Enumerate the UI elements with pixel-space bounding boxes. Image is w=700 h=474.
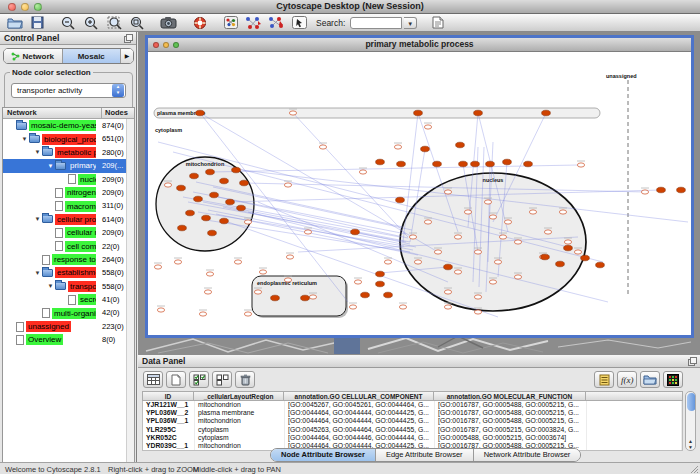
network-node[interactable]: [433, 161, 442, 167]
network-node[interactable]: [494, 260, 501, 264]
table-column-header[interactable]: ID: [142, 391, 194, 401]
table-cell[interactable]: YLR295C: [143, 426, 195, 434]
network-node[interactable]: [577, 163, 584, 167]
table-cell[interactable]: cytoplasm: [195, 434, 285, 442]
disclosure-triangle-icon[interactable]: ▼: [33, 216, 42, 222]
tree-row[interactable]: mosaic-demo-yeast874(0): [3, 119, 126, 132]
table-cell[interactable]: YPL036W__2: [143, 409, 195, 417]
tree-scrollbar[interactable]: [126, 119, 134, 474]
layout-button-2[interactable]: [266, 15, 287, 31]
disclosure-triangle-icon[interactable]: ▼: [33, 149, 42, 155]
table-cell[interactable]: YJR121W__1: [143, 401, 195, 409]
network-node[interactable]: [514, 240, 521, 244]
network-node[interactable]: [574, 250, 581, 254]
network-node[interactable]: [259, 270, 266, 274]
formula-builder-button[interactable]: f(x): [617, 371, 637, 388]
network-window-titlebar[interactable]: primary metabolic process: [148, 38, 691, 52]
network-node[interactable]: [424, 125, 431, 129]
table-row[interactable]: YLR295Ccytoplasm[GO:0045263, GO:0044464,…: [143, 426, 682, 434]
table-column-header[interactable]: _cellularLayoutRegion: [194, 391, 284, 401]
float-data-panel-button[interactable]: [688, 357, 697, 366]
network-node[interactable]: [444, 305, 451, 309]
network-node[interactable]: [456, 142, 465, 148]
table-cell[interactable]: mitochondrion: [195, 417, 285, 425]
network-node[interactable]: [564, 245, 573, 251]
tree-row[interactable]: cellular metabo209(0): [3, 226, 126, 239]
network-node[interactable]: [677, 187, 686, 193]
tree-row[interactable]: nucleobase-209(0): [3, 173, 126, 186]
network-node[interactable]: [220, 218, 229, 224]
scrollbar-thumb[interactable]: [687, 393, 696, 411]
network-node[interactable]: [424, 220, 431, 224]
table-column-header[interactable]: annotation.GO CELLULAR_COMPONENT: [284, 391, 434, 401]
network-node[interactable]: [220, 178, 229, 184]
network-node[interactable]: [284, 183, 291, 187]
network-node[interactable]: [226, 199, 235, 205]
search-dropdown-button[interactable]: ▼: [404, 17, 417, 29]
network-node[interactable]: [204, 290, 211, 294]
node-color-dropdown[interactable]: transporter activity ▲▼: [11, 83, 126, 98]
network-node[interactable]: [351, 229, 360, 235]
network-node[interactable]: [319, 145, 326, 149]
zoom-network-window-button[interactable]: [173, 42, 179, 48]
network-node[interactable]: [409, 235, 416, 239]
network-node[interactable]: [514, 275, 521, 279]
network-node[interactable]: [396, 197, 405, 203]
network-node[interactable]: [414, 260, 421, 264]
disclosure-triangle-icon[interactable]: ▼: [20, 136, 29, 142]
zoom-out-button[interactable]: [58, 15, 79, 31]
tree-row[interactable]: nitrogen compo209(0): [3, 186, 126, 199]
tree-row[interactable]: ▼transport558(0): [3, 280, 126, 293]
network-node[interactable]: [489, 215, 496, 219]
network-node[interactable]: [657, 187, 666, 193]
table-scrollbar[interactable]: ▲▼: [685, 391, 696, 451]
network-node[interactable]: [454, 235, 461, 239]
network-node[interactable]: [471, 161, 480, 167]
tree-row[interactable]: ▼biological_process651(0): [3, 132, 126, 145]
network-node[interactable]: [206, 272, 213, 276]
table-cell[interactable]: mitochondrion: [195, 401, 285, 409]
network-node[interactable]: [464, 210, 471, 214]
network-node[interactable]: [174, 260, 181, 264]
table-column-header[interactable]: annotation.GO MOLECULAR_FUNCTION: [434, 391, 586, 401]
resize-grip-icon[interactable]: [689, 464, 699, 474]
network-node[interactable]: [434, 250, 441, 254]
network-node[interactable]: [376, 271, 385, 277]
import-attributes-button[interactable]: [427, 15, 448, 31]
network-node[interactable]: [178, 225, 187, 231]
close-network-window-button[interactable]: [153, 42, 159, 48]
network-node[interactable]: [454, 270, 461, 274]
tree-row[interactable]: Overview8(0): [3, 333, 126, 346]
vizmapper-button[interactable]: [220, 15, 241, 31]
network-canvas[interactable]: plasma membranecytoplasmmitochondrionnuc…: [148, 52, 691, 335]
heatmap-button[interactable]: [663, 371, 683, 388]
network-node[interactable]: [237, 205, 246, 211]
scrollbar-arrows-icon[interactable]: ▲▼: [686, 438, 695, 450]
table-row[interactable]: YPL036W__1mitochondrion[GO:0044464, GO:0…: [143, 417, 682, 425]
network-node[interactable]: [384, 260, 391, 264]
network-node[interactable]: [361, 292, 370, 298]
disclosure-triangle-icon[interactable]: ▼: [46, 283, 55, 289]
new-attribute-button[interactable]: [166, 371, 186, 388]
network-node[interactable]: [210, 192, 219, 198]
network-node[interactable]: [199, 312, 206, 316]
zoom-fit-button[interactable]: [127, 15, 148, 31]
network-node[interactable]: [556, 261, 565, 267]
tree-row[interactable]: secretion41(0): [3, 293, 126, 306]
zoom-selected-region-button[interactable]: [104, 15, 125, 31]
table-cell[interactable]: plasma membrane: [195, 409, 285, 417]
attribute-list-button[interactable]: [594, 371, 614, 388]
tab-mosaic[interactable]: Mosaic: [62, 49, 121, 63]
network-node[interactable]: [414, 110, 423, 116]
tree-row[interactable]: ▼primary metabol209(...: [3, 159, 126, 172]
network-node[interactable]: [542, 110, 551, 116]
network-node[interactable]: [301, 295, 310, 301]
open-session-button[interactable]: [4, 15, 25, 31]
network-node[interactable]: [499, 235, 506, 239]
table-row[interactable]: YJR121W__1mitochondrion[GO:0045267, GO:0…: [143, 401, 682, 409]
table-cell[interactable]: [GO:0016787, GO:0005488, GO:0005215, G..…: [435, 401, 587, 409]
zoom-window-button[interactable]: [34, 3, 42, 11]
network-node[interactable]: [240, 180, 249, 186]
network-node[interactable]: [564, 240, 571, 244]
tree-row[interactable]: cell communicat22(0): [3, 240, 126, 253]
